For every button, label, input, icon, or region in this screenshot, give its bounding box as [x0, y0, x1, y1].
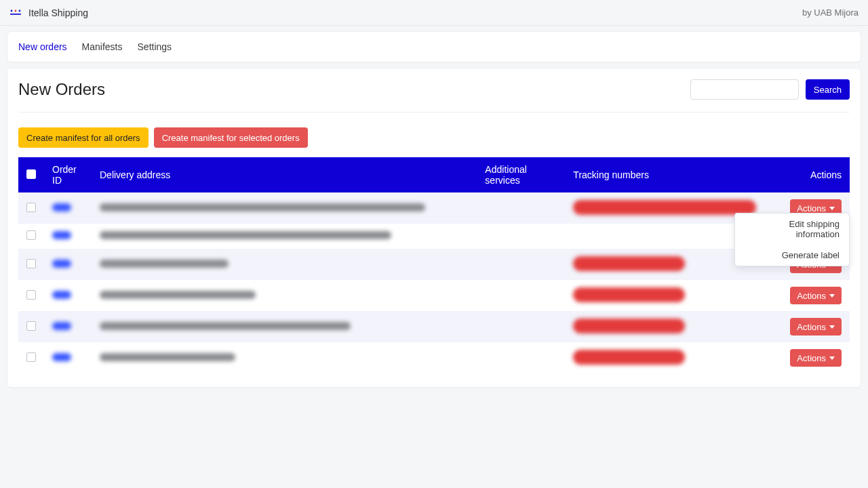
actions-label: Actions [797, 322, 826, 332]
address-redacted [100, 260, 229, 268]
table-row: Actions [18, 249, 850, 280]
tracking-pill-redacted [573, 256, 685, 271]
select-all-checkbox[interactable] [26, 169, 36, 179]
orders-table: Order ID Delivery address Additional ser… [18, 157, 850, 373]
row-checkbox[interactable] [26, 352, 36, 362]
col-tracking-numbers: Tracking numbers [565, 157, 782, 192]
order-id-redacted[interactable] [52, 353, 71, 361]
row-checkbox[interactable] [26, 203, 36, 212]
row-checkbox[interactable] [26, 290, 36, 300]
svg-point-1 [15, 9, 17, 12]
address-redacted [100, 291, 256, 299]
search-input[interactable] [690, 79, 799, 100]
address-redacted [100, 203, 425, 211]
create-manifest-all-button[interactable]: Create manifest for all orders [18, 127, 149, 148]
caret-down-icon [829, 207, 835, 210]
order-id-redacted[interactable] [52, 260, 71, 268]
address-redacted [100, 231, 391, 239]
tab-manifests[interactable]: Manifests [82, 41, 123, 52]
order-id-redacted[interactable] [52, 203, 71, 211]
caret-down-icon [829, 325, 835, 329]
row-actions-button[interactable]: Actions [790, 349, 842, 367]
col-delivery-address: Delivery address [92, 157, 477, 192]
dropdown-edit-shipping[interactable]: Edit shipping information [735, 214, 849, 245]
page-title: New Orders [18, 80, 105, 99]
create-manifest-selected-button[interactable]: Create manifest for selected orders [154, 127, 308, 148]
tracking-pill-redacted [573, 350, 685, 365]
actions-label: Actions [797, 203, 826, 214]
col-actions: Actions [782, 157, 850, 192]
svg-point-0 [11, 9, 13, 12]
caret-down-icon [829, 294, 835, 298]
topbar: Itella Shipping by UAB Mijora [0, 0, 868, 26]
address-redacted [100, 322, 351, 330]
row-checkbox[interactable] [26, 259, 36, 268]
tab-settings[interactable]: Settings [138, 41, 172, 52]
row-actions-button[interactable]: Actions [790, 318, 842, 336]
app-title: Itella Shipping [28, 7, 88, 18]
actions-label: Actions [797, 291, 826, 301]
search-button[interactable]: Search [806, 79, 850, 100]
tracking-pill-redacted [573, 287, 685, 302]
order-id-redacted[interactable] [52, 322, 71, 330]
order-id-redacted[interactable] [52, 231, 71, 239]
tabs-card: New orders Manifests Settings [7, 31, 861, 62]
byline: by UAB Mijora [802, 7, 859, 18]
table-row: Actions [18, 342, 850, 373]
table-row: Actions [18, 280, 850, 311]
order-id-redacted[interactable] [52, 291, 71, 299]
col-order-id: Order ID [44, 157, 92, 192]
table-row: Actions [18, 311, 850, 342]
dropdown-generate-label[interactable]: Generate label [735, 245, 849, 266]
itella-logo-icon [9, 9, 22, 17]
tracking-pill-redacted [573, 319, 685, 333]
svg-rect-3 [10, 14, 21, 15]
row-actions-button[interactable]: Actions [790, 287, 842, 304]
row-checkbox[interactable] [26, 321, 36, 331]
table-row: Actions Edit shipping information Genera… [18, 192, 850, 224]
col-additional-services: Additional services [477, 157, 565, 192]
row-checkbox[interactable] [26, 230, 36, 240]
actions-label: Actions [797, 353, 826, 363]
main-card: New Orders Search Create manifest for al… [7, 68, 861, 388]
table-row [18, 224, 850, 249]
tab-new-orders[interactable]: New orders [18, 41, 67, 52]
svg-point-2 [19, 9, 21, 12]
caret-down-icon [829, 357, 835, 360]
tracking-pill-redacted [573, 200, 756, 215]
address-redacted [100, 353, 235, 361]
actions-dropdown: Edit shipping information Generate label [734, 213, 850, 266]
